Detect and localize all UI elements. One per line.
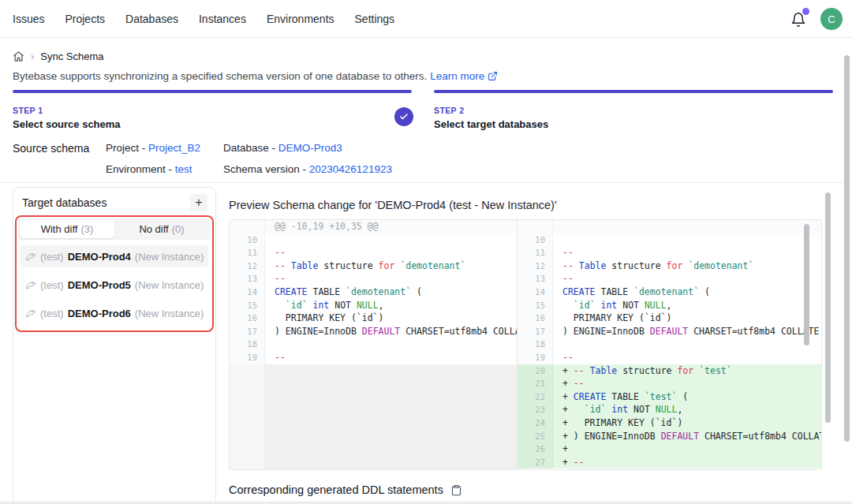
- db-environment: (test): [40, 308, 64, 319]
- diff-line: 13--: [518, 272, 821, 286]
- diff-line: 16 PRIMARY KEY (`id`): [518, 312, 821, 325]
- database-link[interactable]: DEMO-Prod3: [278, 142, 342, 154]
- diff-line: 18: [230, 338, 517, 351]
- copy-ddl-icon[interactable]: [450, 484, 462, 496]
- database-item-demo-prod6[interactable]: (test) DEMO-Prod6 (New Instance): [21, 302, 208, 324]
- step1[interactable]: STEP 1 Select source schema: [13, 106, 121, 130]
- step2-title: Select target databases: [434, 118, 548, 130]
- diff-line: 11--: [518, 246, 821, 259]
- external-link-icon: [488, 71, 498, 81]
- diff-line: 17) ENGINE=InnoDB DEFAULT CHARSET=utf8mb…: [518, 325, 821, 338]
- diff-line: 14CREATE TABLE `demotenant` (: [230, 286, 517, 299]
- nav-item-databases[interactable]: Databases: [125, 13, 178, 25]
- mysql-icon: [25, 279, 36, 290]
- notifications-button[interactable]: [790, 10, 808, 28]
- mysql-icon: [25, 308, 36, 319]
- diff-line: 16 PRIMARY KEY (`id`): [230, 312, 517, 325]
- target-panel-header: Target databases +: [13, 188, 215, 216]
- step1-label: STEP 1: [13, 106, 121, 115]
- diff-line: 12-- Table structure for `demotenant`: [518, 259, 821, 273]
- home-icon[interactable]: [13, 50, 24, 62]
- diff-line: 26+: [518, 442, 821, 456]
- database-item-demo-prod4[interactable]: (test) DEMO-Prod4 (New Instance): [21, 245, 208, 267]
- diff-line: 20+ -- Table structure for `test`: [518, 364, 821, 378]
- db-name: DEMO-Prod5: [68, 279, 131, 291]
- diff-line: 15 `id` int NOT NULL,: [518, 299, 821, 312]
- diff-line: 21+ --: [518, 377, 821, 390]
- project-label: Project -: [106, 142, 148, 154]
- nav-item-environments[interactable]: Environments: [267, 13, 334, 25]
- db-suffix: (New Instance): [135, 251, 204, 263]
- diff-line: 18: [518, 338, 821, 351]
- diff-line: 11--: [230, 246, 517, 259]
- diff-line: 10: [230, 233, 517, 247]
- source-schema-label: Source schema: [13, 142, 89, 155]
- nav-item-issues[interactable]: Issues: [13, 13, 44, 25]
- ddl-section-header: Corresponding generated DDL statements: [229, 483, 462, 496]
- step2-progress-bar: [434, 90, 833, 93]
- db-suffix: (New Instance): [135, 279, 204, 291]
- section-divider: [0, 182, 852, 183]
- page: IssuesProjectsDatabasesInstancesEnvironm…: [0, 0, 852, 504]
- nav-item-instances[interactable]: Instances: [199, 13, 246, 25]
- add-target-database-button[interactable]: +: [190, 194, 207, 211]
- diff-pane-scrollbar[interactable]: [804, 224, 809, 345]
- breadcrumb-separator: ›: [31, 50, 34, 62]
- diff-line: 12-- Table structure for `demotenant`: [230, 259, 517, 273]
- diff-line: 15 `id` int NOT NULL,: [230, 299, 517, 312]
- diff-line: 17) ENGINE=InnoDB DEFAULT CHARSET=utf8mb…: [230, 325, 517, 338]
- preview-title: Preview Schema change for 'DEMO-Prod4 (t…: [229, 199, 557, 211]
- tab-count: (0): [172, 223, 185, 235]
- diff-line: 22+ CREATE TABLE `test` (: [518, 390, 821, 404]
- breadcrumb: › Sync Schema: [13, 50, 104, 62]
- page-scrollbar[interactable]: [844, 55, 850, 442]
- environment-link[interactable]: test: [175, 163, 192, 175]
- tab-no-diff[interactable]: No diff(0): [114, 220, 209, 238]
- tab-label: With diff: [41, 223, 78, 235]
- db-environment: (test): [40, 251, 64, 263]
- diff-line: 13--: [230, 272, 517, 286]
- diff-line: 19--: [230, 351, 517, 364]
- header-right: C: [790, 0, 843, 38]
- target-list-highlight-box: With diff(3)No diff(0) (test) DEMO-Prod4…: [15, 215, 214, 332]
- preview-scrollbar[interactable]: [825, 192, 831, 423]
- diff-line: 25+ ) ENGINE=InnoDB DEFAULT CHARSET=utf8…: [518, 430, 821, 443]
- diff-line: 10: [518, 233, 821, 247]
- target-databases-panel: Target databases + With diff(3)No diff(0…: [13, 187, 216, 504]
- top-header: IssuesProjectsDatabasesInstancesEnvironm…: [0, 0, 852, 38]
- notification-dot: [802, 8, 809, 15]
- diff-line: 23+ `id` int NOT NULL,: [518, 403, 821, 416]
- db-environment: (test): [40, 279, 64, 291]
- avatar[interactable]: C: [820, 8, 843, 30]
- source-database: Database - DEMO-Prod3: [223, 142, 342, 154]
- database-item-demo-prod5[interactable]: (test) DEMO-Prod5 (New Instance): [21, 274, 208, 296]
- nav-item-projects[interactable]: Projects: [65, 13, 105, 25]
- mysql-icon: [25, 251, 36, 262]
- schema-diff-viewer: @@ -10,19 +10,35 @@1011--12-- Table stru…: [229, 219, 822, 470]
- step2-label: STEP 2: [434, 106, 548, 115]
- nav-item-settings[interactable]: Settings: [355, 13, 395, 25]
- source-environment: Environment - test: [106, 163, 192, 175]
- ddl-title: Corresponding generated DDL statements: [229, 483, 443, 496]
- db-name: DEMO-Prod4: [68, 251, 131, 263]
- tab-with-diff[interactable]: With diff(3): [20, 220, 114, 238]
- diff-line: 24+ PRIMARY KEY (`id`): [518, 416, 821, 430]
- version-link[interactable]: 20230426121923: [309, 163, 392, 175]
- diff-line: 14CREATE TABLE `demotenant` (: [518, 286, 821, 299]
- step2[interactable]: STEP 2 Select target databases: [434, 106, 548, 130]
- version-label: Schema version -: [223, 163, 309, 175]
- tab-count: (3): [80, 223, 93, 235]
- page-title: Sync Schema: [40, 50, 103, 62]
- target-panel-title: Target databases: [22, 196, 106, 209]
- diff-hunk-row: @@ -10,19 +10,35 @@: [230, 220, 517, 233]
- project-link[interactable]: Project_B2: [148, 142, 200, 154]
- main-nav: IssuesProjectsDatabasesInstancesEnvironm…: [0, 0, 852, 38]
- learn-more-link[interactable]: Learn more: [430, 70, 484, 82]
- source-project: Project - Project_B2: [106, 142, 200, 154]
- tab-label: No diff: [139, 223, 168, 235]
- step1-complete-check-icon: [394, 107, 413, 126]
- db-suffix: (New Instance): [135, 308, 204, 319]
- database-label: Database -: [223, 142, 278, 154]
- diff-pane-right: 1011--12-- Table structure for `demotena…: [518, 220, 821, 469]
- diff-pane-left: @@ -10,19 +10,35 @@1011--12-- Table stru…: [230, 220, 518, 469]
